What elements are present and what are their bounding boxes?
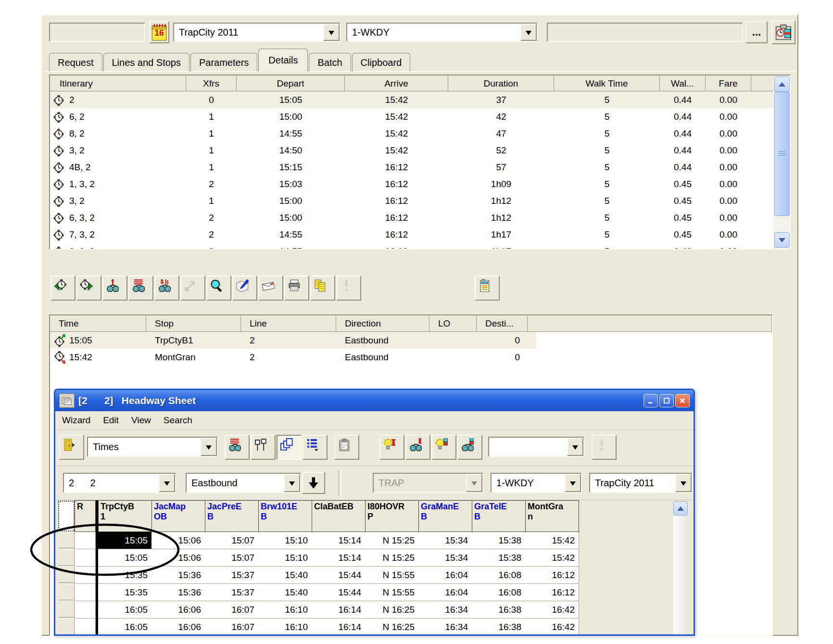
- column-header-itinerary[interactable]: Itinerary: [50, 76, 186, 91]
- column-header-desti-[interactable]: Desti...: [477, 316, 528, 332]
- row-flag-cell[interactable]: [75, 601, 96, 619]
- itinerary-row[interactable]: 3, 2115:0016:121h1250.450.00: [50, 192, 773, 209]
- service-day-arrow[interactable]: [565, 474, 581, 492]
- stop-column-header-clabateb[interactable]: ClaBatEB: [312, 500, 366, 532]
- column-header-xfrs[interactable]: Xfrs: [186, 76, 237, 91]
- itinerary-row[interactable]: 3, 2114:5015:425250.440.00: [50, 142, 773, 159]
- bulb-block-button[interactable]: [431, 435, 456, 460]
- time-cell[interactable]: 15:36: [151, 584, 205, 601]
- tab-details[interactable]: Details: [258, 49, 308, 72]
- time-cell[interactable]: 16:12: [525, 567, 579, 584]
- fare-envelope-button[interactable]: [258, 276, 283, 301]
- clipboard-button[interactable]: [334, 435, 359, 460]
- trips-view-button[interactable]: [277, 435, 302, 460]
- time-cell[interactable]: 16:34: [418, 601, 472, 619]
- stop-column-header-gramaneb[interactable]: GraManEB: [418, 500, 472, 532]
- tab-parameters[interactable]: Parameters: [190, 53, 257, 72]
- edit-map-button[interactable]: [232, 276, 257, 301]
- time-cell[interactable]: 15:37: [205, 584, 259, 601]
- time-cell[interactable]: N 15:55: [365, 567, 419, 584]
- time-cell[interactable]: 16:04: [418, 584, 472, 601]
- itinerary-row[interactable]: 6, 2115:0015:424250.440.00: [50, 108, 773, 125]
- stop-time-row[interactable]: 15:05TrpCtyB12Eastbound0: [50, 332, 772, 349]
- selected-time-cell[interactable]: 15:05: [98, 532, 152, 549]
- row-flag-cell[interactable]: [75, 567, 96, 584]
- dataset-combobox-arrow[interactable]: [323, 24, 340, 41]
- time-cell[interactable]: 15:14: [312, 549, 366, 567]
- time-cell[interactable]: 16:07: [205, 601, 259, 619]
- schedule-app-button[interactable]: [771, 20, 795, 44]
- itinerary-table-scrollbar[interactable]: [773, 76, 790, 249]
- path-field[interactable]: [547, 23, 743, 42]
- stop-column-header-montgran[interactable]: MontGran: [525, 500, 579, 532]
- menu-view[interactable]: View: [131, 415, 151, 426]
- binoculars-block-button[interactable]: [457, 435, 482, 460]
- stop-column-header-grateleb[interactable]: GraTelEB: [472, 500, 526, 532]
- column-header-line[interactable]: Line: [241, 316, 336, 332]
- binoculars-run-button[interactable]: [154, 276, 179, 301]
- time-cell[interactable]: 15:38: [472, 549, 526, 567]
- print-button[interactable]: [284, 276, 309, 301]
- stop-time-row[interactable]: 15:42MontGran2Eastbound0: [50, 349, 772, 366]
- scroll-thumb[interactable]: [774, 92, 790, 216]
- maximize-button[interactable]: [659, 394, 674, 407]
- time-cell[interactable]: 15:40: [258, 567, 312, 584]
- column-header-lo[interactable]: LO: [429, 316, 477, 332]
- search-combobox[interactable]: [488, 437, 584, 457]
- time-cell[interactable]: 16:08: [472, 584, 526, 601]
- time-cell[interactable]: 15:44: [312, 584, 366, 601]
- report-button[interactable]: [475, 276, 500, 301]
- column-header-direction[interactable]: Direction: [336, 316, 429, 332]
- view-mode-combobox[interactable]: Times: [87, 437, 218, 457]
- link-path-button[interactable]: [180, 276, 205, 301]
- time-cell[interactable]: 15:44: [312, 567, 366, 584]
- column-header-wal-[interactable]: Wal...: [660, 76, 706, 91]
- itinerary-row[interactable]: 8, 3, 2214:5516:121h1750.460.00: [50, 243, 773, 249]
- time-cell[interactable]: 16:10: [258, 619, 312, 636]
- time-cell[interactable]: 16:42: [525, 619, 579, 636]
- dataset-combobox-hw[interactable]: TrapCity 2011: [589, 473, 693, 493]
- time-cell[interactable]: 15:06: [151, 532, 205, 549]
- time-cell[interactable]: N 16:25: [365, 619, 419, 636]
- time-cell[interactable]: 15:42: [525, 532, 579, 549]
- time-cell[interactable]: 16:12: [525, 584, 579, 601]
- stop-column-header-i80hovrp[interactable]: I80HOVRP: [365, 500, 419, 532]
- scroll-down-button[interactable]: [774, 232, 790, 248]
- time-cell[interactable]: 15:14: [312, 532, 366, 549]
- minimize-button[interactable]: [644, 394, 658, 407]
- time-cell[interactable]: 16:34: [418, 619, 472, 636]
- column-header-arrive[interactable]: Arrive: [345, 76, 448, 91]
- row-flag-cell[interactable]: [75, 549, 96, 567]
- calendar-button[interactable]: 16: [149, 21, 169, 43]
- time-cell[interactable]: 16:05: [98, 601, 152, 619]
- service-day-combobox[interactable]: 1-WKDY: [491, 473, 582, 493]
- next-trip-clock-button[interactable]: [76, 276, 101, 301]
- headway-titlebar[interactable]: [2 2] Headway Sheet: [55, 390, 694, 411]
- time-cell[interactable]: 16:38: [472, 601, 526, 619]
- time-cell[interactable]: 15:35: [98, 567, 152, 584]
- direction-combobox[interactable]: Eastbound: [186, 473, 301, 493]
- row-selector[interactable]: [58, 619, 75, 635]
- column-header-stop[interactable]: Stop: [146, 316, 241, 332]
- time-cell[interactable]: 16:04: [418, 567, 472, 584]
- time-cell[interactable]: 16:06: [151, 619, 205, 636]
- next-direction-button[interactable]: [302, 472, 325, 494]
- service-combobox-arrow[interactable]: [520, 24, 537, 41]
- row-flag-cell[interactable]: [75, 532, 96, 549]
- time-cell[interactable]: 16:10: [258, 601, 312, 619]
- stop-column-header-trpctyb1[interactable]: TrpCtyB1: [98, 500, 152, 532]
- binoculars-note-button[interactable]: [405, 435, 430, 460]
- time-cell[interactable]: 15:40: [258, 584, 312, 601]
- tab-batch[interactable]: Batch: [309, 53, 351, 72]
- row-selector[interactable]: [58, 549, 75, 566]
- view-mode-arrow[interactable]: [201, 438, 217, 456]
- list-menu-button[interactable]: [303, 435, 328, 460]
- tab-clipboard[interactable]: Clipboard: [352, 53, 411, 72]
- itinerary-row[interactable]: 1, 3, 2215:0316:121h0950.450.00: [50, 176, 773, 192]
- time-cell[interactable]: 15:36: [151, 567, 205, 584]
- time-cell[interactable]: N 15:25: [365, 549, 419, 567]
- time-cell[interactable]: 15:37: [205, 567, 259, 584]
- dataset-combobox[interactable]: TrapCity 2011: [173, 23, 341, 42]
- time-cell[interactable]: 15:06: [151, 549, 205, 567]
- zoom-button[interactable]: [206, 276, 231, 301]
